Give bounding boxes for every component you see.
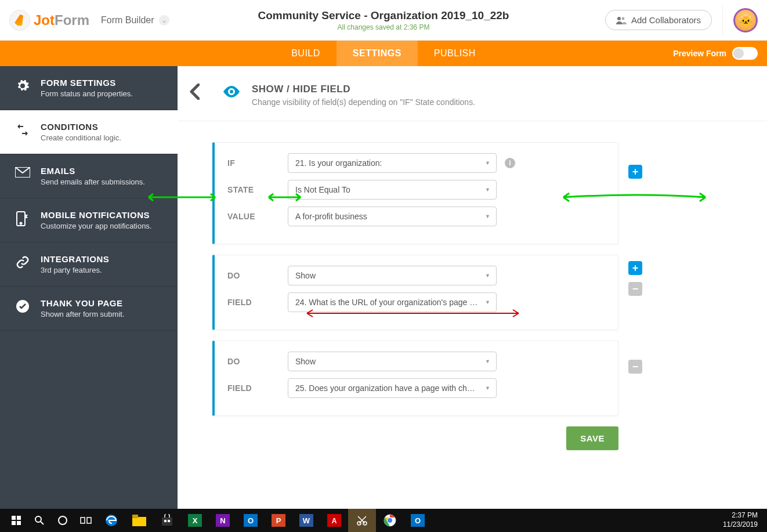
- start-button[interactable]: [5, 509, 28, 532]
- preview-form-toggle[interactable]: Preview Form: [673, 47, 758, 60]
- sidebar-item-form-settings[interactable]: FORM SETTINGSForm status and properties.: [0, 66, 178, 110]
- collab-label: Add Collaborators: [631, 15, 701, 25]
- sidebar-item-emails[interactable]: EMAILSSend emails after submissions.: [0, 154, 178, 198]
- svg-rect-8: [12, 521, 16, 525]
- separator: [722, 6, 723, 35]
- svg-text:A: A: [332, 517, 337, 525]
- people-icon: [616, 16, 627, 24]
- logo-text: JotForm: [34, 12, 89, 28]
- field-dropdown-2[interactable]: 25. Does your organization have a page w…: [288, 378, 497, 398]
- add-condition-button[interactable]: +: [628, 165, 642, 179]
- svg-point-1: [622, 17, 625, 20]
- save-status: All changes saved at 2:36 PM: [258, 23, 509, 31]
- svg-rect-17: [162, 517, 172, 526]
- sidebar-item-integrations[interactable]: INTEGRATIONS3rd party features.: [0, 243, 178, 287]
- svg-text:N: N: [220, 516, 225, 525]
- value-dropdown[interactable]: A for-profit business: [288, 207, 497, 226]
- condition-panel: IF 21. Is your organization: i STATE Is …: [212, 142, 618, 244]
- remove-action-button-1[interactable]: −: [628, 282, 642, 296]
- svg-point-10: [35, 516, 41, 522]
- check-circle-icon: [14, 299, 31, 313]
- svg-text:O: O: [415, 516, 421, 525]
- svg-point-3: [20, 223, 22, 225]
- svg-rect-18: [164, 520, 167, 522]
- if-label: IF: [227, 158, 280, 168]
- do-dropdown-2[interactable]: Show: [288, 352, 497, 371]
- store-icon[interactable]: [153, 509, 181, 532]
- top-header: JotForm Form Builder ⌄ Community Service…: [0, 0, 767, 41]
- main-content: SHOW / HIDE FIELD Change visibility of f…: [178, 66, 767, 509]
- gear-icon: [14, 79, 31, 93]
- snipping-icon[interactable]: [348, 509, 376, 532]
- state-dropdown[interactable]: Is Not Equal To: [288, 180, 497, 200]
- do-dropdown-1[interactable]: Show: [288, 266, 497, 285]
- svg-point-11: [59, 516, 67, 524]
- action-panel-2: DO Show FIELD 25. Does your organization…: [212, 341, 618, 416]
- tab-settings[interactable]: SETTINGS: [337, 41, 418, 66]
- logo[interactable]: JotForm: [9, 10, 89, 31]
- logo-icon: [9, 10, 30, 31]
- tab-build[interactable]: BUILD: [275, 41, 337, 66]
- svg-rect-9: [17, 521, 21, 525]
- svg-rect-16: [132, 515, 138, 518]
- word-icon[interactable]: W: [292, 509, 320, 532]
- form-title[interactable]: Community Service - Organization 2019_10…: [258, 9, 509, 22]
- edge-icon[interactable]: [97, 509, 125, 532]
- info-icon[interactable]: i: [505, 158, 515, 168]
- mail-icon: [14, 167, 31, 178]
- svg-point-36: [388, 518, 392, 523]
- if-field-dropdown[interactable]: 21. Is your organization:: [288, 153, 497, 173]
- excel-icon[interactable]: X: [181, 509, 209, 532]
- add-collaborators-button[interactable]: Add Collaborators: [605, 10, 712, 30]
- outlook2-icon[interactable]: O: [404, 509, 432, 532]
- svg-rect-7: [17, 516, 21, 520]
- title-block: Community Service - Organization 2019_10…: [258, 9, 509, 31]
- chevron-down-icon: ⌄: [159, 15, 169, 26]
- state-label: STATE: [227, 185, 280, 194]
- search-icon[interactable]: [28, 509, 51, 532]
- add-action-button[interactable]: +: [628, 261, 642, 275]
- explorer-icon[interactable]: [125, 509, 153, 532]
- system-clock[interactable]: 2:37 PM 11/23/2019: [723, 511, 762, 529]
- sidebar-item-thankyou[interactable]: THANK YOU PAGEShown after form submit.: [0, 287, 178, 331]
- cortana-icon[interactable]: [51, 509, 74, 532]
- back-button[interactable]: [178, 84, 211, 100]
- sidebar-item-conditions[interactable]: CONDITIONSCreate conditional logic.: [0, 110, 178, 154]
- svg-text:P: P: [276, 516, 281, 525]
- remove-action-button-2[interactable]: −: [628, 360, 642, 374]
- page-subtitle: Change visibility of field(s) depending …: [252, 97, 475, 107]
- outlook-icon[interactable]: O: [237, 509, 265, 532]
- svg-text:X: X: [193, 516, 198, 525]
- sidebar-item-mobile[interactable]: MOBILE NOTIFICATIONSCustomize your app n…: [0, 198, 178, 243]
- save-button[interactable]: SAVE: [566, 426, 618, 450]
- field-dropdown-1[interactable]: 24. What is the URL of your organization…: [288, 292, 497, 312]
- preview-label: Preview Form: [673, 49, 726, 58]
- breadcrumb-label: Form Builder: [101, 15, 154, 26]
- onenote-icon[interactable]: N: [209, 509, 237, 532]
- link-icon: [14, 255, 31, 269]
- value-label: VALUE: [227, 212, 280, 221]
- svg-rect-6: [12, 516, 16, 520]
- powerpoint-icon[interactable]: P: [265, 509, 292, 532]
- windows-taskbar: X N O P W A O 2:37 PM 11/23/2019: [0, 509, 767, 532]
- svg-text:O: O: [248, 516, 254, 525]
- field-label: FIELD: [227, 383, 280, 393]
- do-label: DO: [227, 271, 280, 280]
- acrobat-icon[interactable]: A: [320, 509, 348, 532]
- tab-publish[interactable]: PUBLISH: [418, 41, 492, 66]
- conditions-icon: [14, 123, 31, 137]
- user-avatar[interactable]: 🐱: [733, 8, 758, 32]
- page-title: SHOW / HIDE FIELD: [252, 84, 475, 95]
- svg-rect-15: [132, 517, 146, 526]
- eye-icon: [223, 86, 240, 97]
- svg-point-5: [230, 90, 233, 93]
- chrome-icon[interactable]: [376, 509, 404, 532]
- task-view-icon[interactable]: [74, 509, 97, 532]
- breadcrumb[interactable]: Form Builder ⌄: [101, 15, 169, 26]
- toggle-switch[interactable]: [732, 47, 758, 60]
- action-panel-1: DO Show FIELD 24. What is the URL of you…: [212, 255, 618, 330]
- svg-point-0: [617, 17, 621, 20]
- do-label: DO: [227, 357, 280, 366]
- svg-rect-12: [81, 517, 85, 523]
- settings-sidebar: FORM SETTINGSForm status and properties.…: [0, 66, 178, 509]
